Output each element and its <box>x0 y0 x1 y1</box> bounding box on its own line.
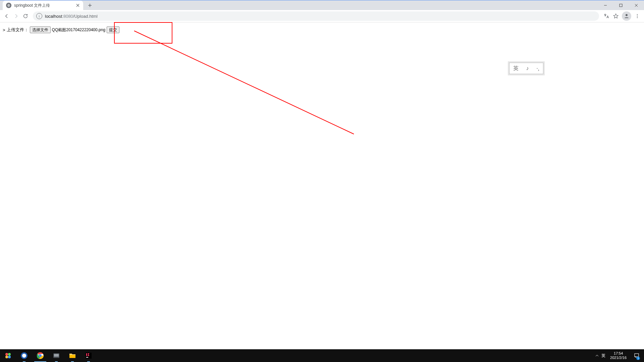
svg-point-2 <box>626 14 628 16</box>
selected-filename: QQ截图20170422220400.png <box>52 27 105 33</box>
browser-tabstrip: springboot 文件上传 <box>0 0 644 10</box>
taskbar-app-2[interactable] <box>16 349 32 362</box>
taskbar-intellij[interactable] <box>80 349 97 362</box>
close-icon[interactable] <box>75 3 80 8</box>
windows-taskbar: 英 17:54 2021/2/16 3 <box>0 349 644 362</box>
browser-tab-active[interactable]: springboot 文件上传 <box>3 1 83 10</box>
ime-mode: 英 <box>513 65 519 72</box>
tab-title: springboot 文件上传 <box>14 3 75 8</box>
back-button[interactable] <box>2 11 11 21</box>
svg-rect-18 <box>86 357 88 358</box>
browser-toolbar: i localhost:8080/Upload.html <box>0 10 644 22</box>
taskbar-file-explorer[interactable] <box>64 349 80 362</box>
svg-point-10 <box>8 356 11 358</box>
svg-rect-15 <box>54 354 59 357</box>
ime-sound-icon: ♪ <box>525 65 529 71</box>
ime-indicator[interactable]: 英 ♪ ‧, <box>509 63 543 74</box>
upload-form-row: > 上传文件： 选择文件 QQ截图20170422220400.png 提交 <box>0 22 644 37</box>
taskbar-chrome[interactable] <box>32 349 48 362</box>
svg-rect-1 <box>620 4 622 7</box>
translate-icon[interactable] <box>602 11 611 21</box>
ime-punct-icon: ‧, <box>536 65 540 72</box>
choose-file-button[interactable]: 选择文件 <box>30 26 51 33</box>
url-text: localhost:8080/Upload.html <box>45 14 98 19</box>
svg-point-9 <box>5 356 8 358</box>
bookmark-star-icon[interactable] <box>611 11 621 21</box>
svg-point-5 <box>637 17 638 18</box>
address-bar[interactable]: i localhost:8080/Upload.html <box>33 11 599 21</box>
svg-point-8 <box>8 353 11 356</box>
kebab-menu-icon[interactable] <box>633 11 642 21</box>
svg-rect-19 <box>635 354 639 357</box>
forward-button[interactable] <box>11 11 21 21</box>
profile-avatar[interactable] <box>622 11 631 21</box>
globe-icon <box>6 3 11 8</box>
tray-language[interactable]: 英 <box>601 353 605 359</box>
window-close-button[interactable] <box>629 0 644 10</box>
tray-time: 17:54 <box>610 351 627 356</box>
window-minimize-button[interactable] <box>598 0 613 10</box>
new-tab-button[interactable] <box>85 1 95 10</box>
page-viewport: > 上传文件： 选择文件 QQ截图20170422220400.png 提交 英… <box>0 22 644 350</box>
site-info-icon[interactable]: i <box>36 13 42 19</box>
tray-clock[interactable]: 17:54 2021/2/16 <box>608 351 629 360</box>
list-bullet: > <box>3 27 5 33</box>
svg-point-13 <box>39 354 42 357</box>
taskbar-app-1[interactable] <box>0 349 16 362</box>
notification-badge: 3 <box>636 357 640 360</box>
reload-button[interactable] <box>21 11 30 21</box>
svg-point-3 <box>637 14 638 15</box>
tray-chevron-up-icon[interactable] <box>595 354 599 357</box>
window-controls <box>598 0 644 10</box>
taskbar-app-4[interactable] <box>48 349 64 362</box>
svg-point-4 <box>637 16 638 16</box>
svg-point-7 <box>5 353 8 356</box>
window-maximize-button[interactable] <box>613 0 629 10</box>
submit-button[interactable]: 提交 <box>107 26 119 33</box>
system-tray: 英 17:54 2021/2/16 3 <box>595 349 644 362</box>
tray-date: 2021/2/16 <box>610 356 627 360</box>
upload-label: 上传文件： <box>7 27 29 33</box>
svg-rect-16 <box>69 355 75 358</box>
tray-notifications[interactable]: 3 <box>631 349 642 362</box>
